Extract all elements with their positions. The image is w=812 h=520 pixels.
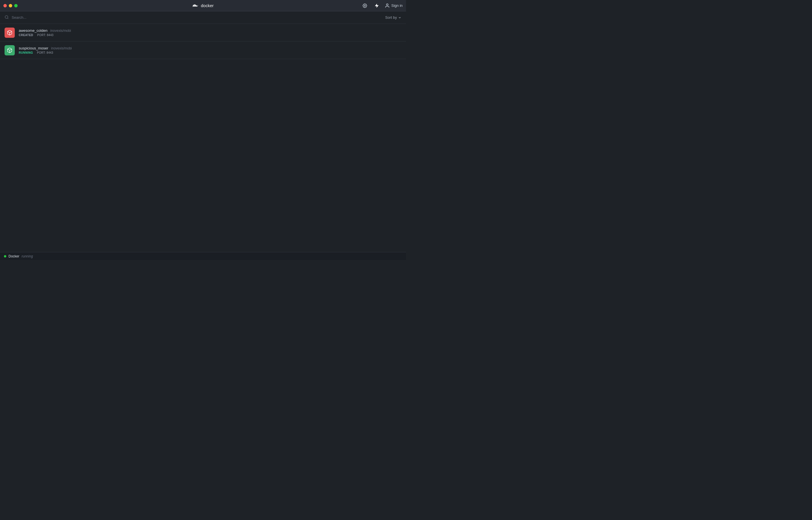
minimize-button[interactable] [9,4,12,7]
svg-point-8 [364,5,365,6]
svg-point-9 [386,4,388,5]
container-status: CREATED [19,33,33,37]
container-item[interactable]: awesome_colden inovexis/mobi CREATED POR… [0,24,406,42]
status-bar: Docker running [0,252,406,260]
docker-whale-icon [192,3,198,8]
svg-rect-1 [194,4,195,5]
status-dot [4,255,6,257]
maximize-button[interactable] [14,4,18,7]
container-name-row: awesome_colden inovexis/mobi [19,28,401,33]
title-bar-actions: Sign in [361,2,402,10]
sort-by-button[interactable]: Sort by [385,15,401,20]
container-port: PORT: 8443 [37,51,53,54]
container-list: awesome_colden inovexis/mobi CREATED POR… [0,24,406,59]
sort-by-label: Sort by [385,15,397,20]
svg-rect-3 [195,4,196,5]
container-item[interactable]: suspicious_moser inovexis/mobi RUNNING P… [0,42,406,59]
app-logo: docker [192,3,214,8]
search-bar: Sort by [0,11,406,24]
container-port: PORT: 8443 [37,33,53,37]
container-info: suspicious_moser inovexis/mobi RUNNING P… [19,46,401,54]
svg-rect-7 [193,6,193,7]
container-icon-green [4,45,15,55]
svg-point-10 [5,15,8,18]
container-status: RUNNING [19,51,33,54]
notifications-button[interactable] [373,2,381,10]
svg-line-11 [7,18,8,19]
svg-rect-0 [193,5,194,5]
svg-rect-5 [196,5,197,5]
status-label: Docker [8,254,19,258]
container-name: suspicious_moser [19,46,48,50]
container-meta-row: CREATED PORT: 8443 [19,33,401,37]
app-title: docker [201,3,214,8]
title-bar: docker Sign in [0,0,406,11]
container-meta-row: RUNNING PORT: 8443 [19,51,401,54]
svg-rect-4 [195,5,196,5]
status-running-text: running [22,254,33,258]
sign-in-button[interactable]: Sign in [385,3,402,8]
container-name-row: suspicious_moser inovexis/mobi [19,46,401,50]
traffic-lights [3,4,18,7]
container-image: inovexis/mobi [50,29,71,33]
sign-in-label: Sign in [391,3,402,8]
container-image: inovexis/mobi [51,46,72,50]
search-input[interactable] [12,15,401,20]
close-button[interactable] [3,4,7,7]
settings-button[interactable] [361,2,369,10]
svg-rect-2 [194,5,195,5]
container-name: awesome_colden [19,28,48,33]
search-icon [4,15,9,20]
container-icon-red [4,28,15,38]
svg-rect-6 [193,6,198,6]
container-info: awesome_colden inovexis/mobi CREATED POR… [19,28,401,37]
